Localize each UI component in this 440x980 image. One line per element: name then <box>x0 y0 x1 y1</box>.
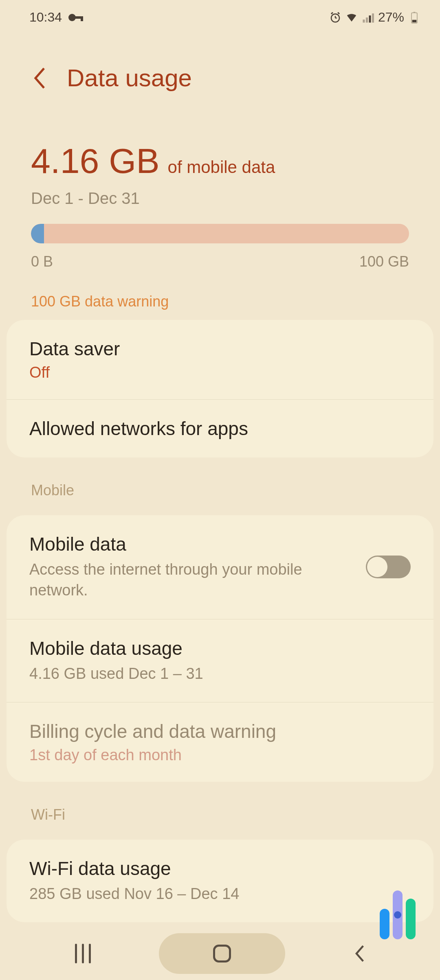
wifi-icon <box>345 11 358 24</box>
toggle-knob <box>367 557 387 577</box>
usage-summary: 4.16 GB of mobile data Dec 1 - Dec 31 <box>0 116 440 224</box>
svg-rect-11 <box>372 13 374 23</box>
nav-back-button[interactable] <box>354 944 365 963</box>
alarm-icon <box>329 11 341 24</box>
svg-rect-14 <box>412 20 416 22</box>
data-warning-text: 100 GB data warning <box>31 293 409 310</box>
mobile-section-header: Mobile <box>0 467 440 505</box>
mobile-data-item[interactable]: Mobile data Access the internet through … <box>7 515 433 619</box>
status-left: 10:34 <box>29 10 83 25</box>
battery-percent: 27% <box>378 10 404 25</box>
data-saver-value: Off <box>29 364 411 381</box>
usage-amount-value: 4.16 GB <box>31 141 160 181</box>
wifi-section-header: Wi-Fi <box>0 792 440 830</box>
mobile-data-usage-item[interactable]: Mobile data usage 4.16 GB used Dec 1 – 3… <box>7 619 433 702</box>
usage-date-range: Dec 1 - Dec 31 <box>31 189 409 208</box>
mobile-data-subtitle: Access the internet through your mobile … <box>29 559 350 601</box>
svg-rect-8 <box>363 20 365 23</box>
progress-min-label: 0 B <box>31 253 53 270</box>
mobile-data-title: Mobile data <box>29 533 350 555</box>
usage-amount-label: of mobile data <box>168 158 275 177</box>
wifi-usage-title: Wi-Fi data usage <box>29 858 411 879</box>
wifi-data-usage-item[interactable]: Wi-Fi data usage 285 GB used Nov 16 – De… <box>7 840 433 922</box>
navigation-bar <box>0 927 440 980</box>
status-bar: 10:34 27% <box>0 0 440 31</box>
nav-recents-button[interactable] <box>75 944 91 963</box>
svg-rect-9 <box>366 18 368 23</box>
mobile-usage-subtitle: 4.16 GB used Dec 1 – 31 <box>29 663 411 684</box>
vpn-key-icon <box>68 13 83 22</box>
mobile-data-toggle[interactable] <box>366 556 411 578</box>
data-saver-title: Data saver <box>29 338 411 360</box>
progress-section: 0 B 100 GB 100 GB data warning <box>0 224 440 310</box>
svg-line-6 <box>331 12 333 14</box>
data-saver-item[interactable]: Data saver Off <box>7 320 433 400</box>
allowed-networks-title: Allowed networks for apps <box>29 418 411 440</box>
general-card: Data saver Off Allowed networks for apps <box>7 320 433 457</box>
svg-rect-13 <box>414 12 416 13</box>
page-header: Data usage <box>0 31 440 116</box>
battery-icon <box>408 11 420 24</box>
billing-cycle-title: Billing cycle and data warning <box>29 720 411 742</box>
mobile-usage-title: Mobile data usage <box>29 637 411 659</box>
svg-rect-10 <box>369 15 371 23</box>
mobile-card: Mobile data Access the internet through … <box>7 515 433 782</box>
status-time: 10:34 <box>29 10 62 25</box>
back-icon[interactable] <box>31 66 47 90</box>
svg-rect-2 <box>81 16 83 21</box>
progress-max-label: 100 GB <box>359 253 409 270</box>
svg-line-7 <box>338 12 339 14</box>
page-title: Data usage <box>67 64 192 92</box>
home-icon <box>213 945 231 962</box>
billing-cycle-item[interactable]: Billing cycle and data warning 1st day o… <box>7 702 433 782</box>
wifi-card: Wi-Fi data usage 285 GB used Nov 16 – De… <box>7 840 433 922</box>
nav-home-button[interactable] <box>159 933 285 974</box>
allowed-networks-item[interactable]: Allowed networks for apps <box>7 400 433 457</box>
wifi-usage-subtitle: 285 GB used Nov 16 – Dec 14 <box>29 884 411 904</box>
cell-signal-icon <box>362 11 374 24</box>
data-progress-bar[interactable] <box>31 224 409 243</box>
billing-cycle-subtitle: 1st day of each month <box>29 746 411 764</box>
progress-fill <box>31 224 44 243</box>
status-right: 27% <box>329 10 420 25</box>
